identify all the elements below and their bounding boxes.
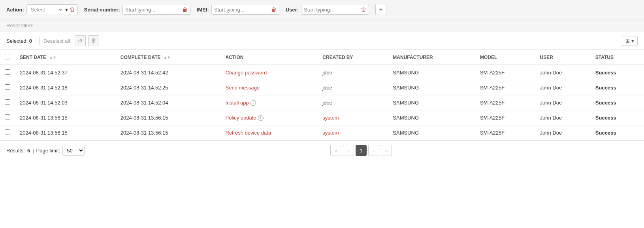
trash-icon: 🗑 bbox=[91, 38, 96, 44]
cell-complete-date: 2024-08-31 14:52:42 bbox=[116, 65, 221, 80]
cell-complete-date: 2024-08-31 13:56:15 bbox=[116, 110, 221, 125]
cell-user: John Doe bbox=[535, 125, 591, 141]
table-row: 2024-08-31 14:52:372024-08-31 14:52:42 C… bbox=[0, 65, 644, 80]
row-checkbox-3[interactable] bbox=[5, 114, 10, 120]
cell-action: Install appi bbox=[221, 95, 318, 110]
columns-icon: ⊞ bbox=[625, 38, 630, 44]
status-badge-3: Success bbox=[595, 115, 616, 121]
row-checkbox-cell bbox=[0, 95, 15, 110]
deselect-all-button[interactable]: Deselect all bbox=[43, 38, 70, 44]
serial-input[interactable] bbox=[125, 7, 181, 13]
action-link-4[interactable]: Refresh device data bbox=[226, 130, 271, 136]
action-link-1[interactable]: Send message bbox=[226, 85, 260, 91]
cell-sent-date: 2024-08-31 13:56:15 bbox=[15, 110, 116, 125]
row-checkbox-cell bbox=[0, 110, 15, 125]
columns-toggle-button[interactable]: ⊞ ▾ bbox=[622, 36, 638, 46]
action-select[interactable]: Select bbox=[29, 6, 64, 13]
row-checkbox-4[interactable] bbox=[5, 129, 10, 135]
action-link-2[interactable]: Install app bbox=[226, 100, 249, 106]
created-by-link-3[interactable]: system bbox=[322, 115, 339, 121]
pagination-first-button[interactable]: « bbox=[330, 145, 341, 156]
imei-input[interactable] bbox=[214, 7, 269, 13]
user-filter-wrap: 🗑 bbox=[301, 5, 369, 15]
pagination: « ‹ 1 › » bbox=[330, 145, 392, 156]
cell-created-by: jdoe bbox=[318, 95, 388, 110]
cell-sent-date: 2024-08-31 14:52:03 bbox=[15, 95, 116, 110]
cell-sent-date: 2024-08-31 14:52:37 bbox=[15, 65, 116, 80]
action-filter-wrap: Select ▾ 🗑 bbox=[26, 4, 78, 15]
row-checkbox-1[interactable] bbox=[5, 84, 10, 90]
cell-model: SM-A225F bbox=[475, 80, 535, 95]
selected-label: Selected: 0 bbox=[6, 38, 32, 44]
main-table: SENT DATE ▲▼ COMPLETE DATE ▲▼ ACTION CRE… bbox=[0, 50, 644, 141]
toolbar-divider bbox=[39, 37, 40, 45]
cell-status: Success bbox=[591, 110, 644, 125]
table-header: SENT DATE ▲▼ COMPLETE DATE ▲▼ ACTION CRE… bbox=[0, 50, 644, 65]
refresh-button[interactable]: ↺ bbox=[75, 35, 86, 46]
reset-filters-button[interactable]: Reset filters bbox=[6, 23, 34, 28]
cell-complete-date: 2024-08-31 14:52:25 bbox=[116, 80, 221, 95]
action-filter-group: Action: Select ▾ 🗑 bbox=[6, 4, 78, 15]
cell-status: Success bbox=[591, 80, 644, 95]
cell-action: Refresh device data bbox=[221, 125, 318, 141]
footer-bar: Results: 5 | Page limit: 10 25 50 100 « … bbox=[0, 141, 644, 160]
page-limit-select[interactable]: 10 25 50 100 bbox=[62, 146, 85, 156]
sort-arrows-sent-date[interactable]: ▲▼ bbox=[49, 56, 56, 59]
add-filter-button[interactable]: + bbox=[375, 4, 386, 15]
cell-status: Success bbox=[591, 65, 644, 80]
sort-arrows-complete-date[interactable]: ▲▼ bbox=[164, 56, 171, 59]
cell-created-by: system bbox=[318, 125, 388, 141]
col-user: USER bbox=[535, 50, 591, 65]
action-clear-icon[interactable]: 🗑 bbox=[70, 7, 75, 12]
select-all-checkbox[interactable] bbox=[5, 54, 10, 59]
table-row: 2024-08-31 13:56:152024-08-31 13:56:15 R… bbox=[0, 125, 644, 141]
user-input[interactable] bbox=[304, 7, 359, 13]
pagination-next-button[interactable]: › bbox=[368, 145, 379, 156]
info-icon-3[interactable]: i bbox=[258, 115, 264, 121]
info-icon-2[interactable]: i bbox=[250, 100, 256, 106]
toolbar-actions: ↺ 🗑 bbox=[75, 35, 99, 46]
serial-filter-wrap: 🗑 bbox=[122, 5, 190, 15]
serial-clear-icon[interactable]: 🗑 bbox=[182, 7, 188, 12]
page-limit-label: Page limit: bbox=[36, 148, 60, 154]
col-manufacturer: MANUFACTURER bbox=[388, 50, 475, 65]
cell-complete-date: 2024-08-31 13:56:15 bbox=[116, 125, 221, 141]
col-created-by: CREATED BY bbox=[318, 50, 388, 65]
cell-created-by: jdoe bbox=[318, 65, 388, 80]
created-by-link-4[interactable]: system bbox=[322, 130, 339, 136]
status-badge-2: Success bbox=[595, 100, 616, 106]
pagination-page-1-button[interactable]: 1 bbox=[356, 145, 367, 156]
user-clear-icon[interactable]: 🗑 bbox=[361, 7, 366, 12]
cell-model: SM-A225F bbox=[475, 125, 535, 141]
cell-manufacturer: SAMSUNG bbox=[388, 65, 475, 80]
action-link-3[interactable]: Policy update bbox=[226, 115, 256, 121]
row-checkbox-2[interactable] bbox=[5, 99, 10, 105]
cell-action: Send message bbox=[221, 80, 318, 95]
table-row: 2024-08-31 14:52:182024-08-31 14:52:25 S… bbox=[0, 80, 644, 95]
cell-status: Success bbox=[591, 125, 644, 141]
table-row: 2024-08-31 13:56:152024-08-31 13:56:15 P… bbox=[0, 110, 644, 125]
cell-manufacturer: SAMSUNG bbox=[388, 110, 475, 125]
row-checkbox-cell bbox=[0, 65, 15, 80]
cell-action: Change password bbox=[221, 65, 318, 80]
delete-button[interactable]: 🗑 bbox=[88, 35, 99, 46]
status-badge-4: Success bbox=[595, 130, 616, 136]
results-info: Results: 5 | Page limit: 10 25 50 100 bbox=[6, 146, 85, 156]
toolbar: Selected: 0 Deselect all ↺ 🗑 ⊞ ▾ bbox=[0, 32, 644, 50]
results-label: Results: bbox=[6, 148, 25, 154]
serial-filter-group: Serial number: 🗑 bbox=[84, 5, 190, 15]
pagination-prev-button[interactable]: ‹ bbox=[343, 145, 354, 156]
cell-sent-date: 2024-08-31 14:52:18 bbox=[15, 80, 116, 95]
user-filter-label: User: bbox=[286, 7, 299, 13]
row-checkbox-0[interactable] bbox=[5, 69, 10, 75]
row-checkbox-cell bbox=[0, 125, 15, 141]
chevron-down-icon: ▾ bbox=[65, 7, 68, 13]
imei-clear-icon[interactable]: 🗑 bbox=[271, 7, 277, 12]
cell-created-by: jdoe bbox=[318, 80, 388, 95]
imei-filter-group: IMEI: 🗑 bbox=[197, 5, 279, 15]
table-row: 2024-08-31 14:52:032024-08-31 14:52:04 I… bbox=[0, 95, 644, 110]
cell-user: John Doe bbox=[535, 95, 591, 110]
pagination-last-button[interactable]: » bbox=[381, 145, 392, 156]
action-link-0[interactable]: Change password bbox=[226, 70, 267, 76]
cell-sent-date: 2024-08-31 13:56:15 bbox=[15, 125, 116, 141]
